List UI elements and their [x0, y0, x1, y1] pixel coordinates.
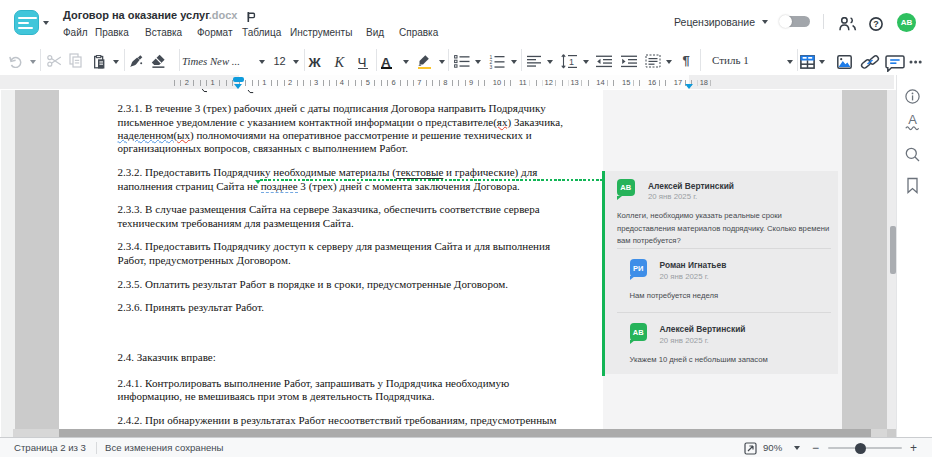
svg-text:3: 3 — [489, 63, 492, 68]
svg-text:?: ? — [873, 19, 879, 29]
svg-text:A: A — [908, 112, 917, 127]
svg-text:1: 1 — [569, 56, 574, 66]
